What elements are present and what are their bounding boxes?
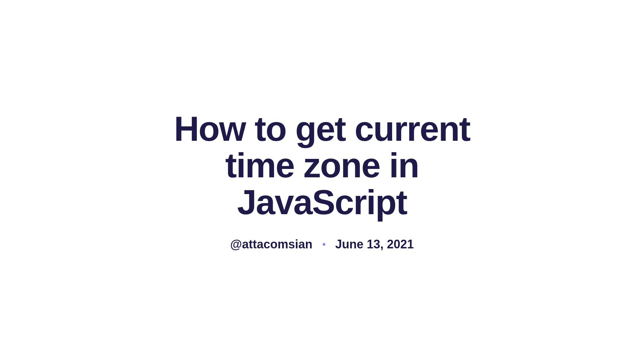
article-meta: @attacomsian June 13, 2021	[138, 237, 506, 251]
article-author: @attacomsian	[230, 237, 312, 251]
separator-dot-icon	[323, 243, 325, 246]
article-date: June 13, 2021	[335, 237, 414, 251]
article-title: How to get current time zone in JavaScri…	[138, 111, 506, 221]
article-header: How to get current time zone in JavaScri…	[138, 111, 506, 251]
